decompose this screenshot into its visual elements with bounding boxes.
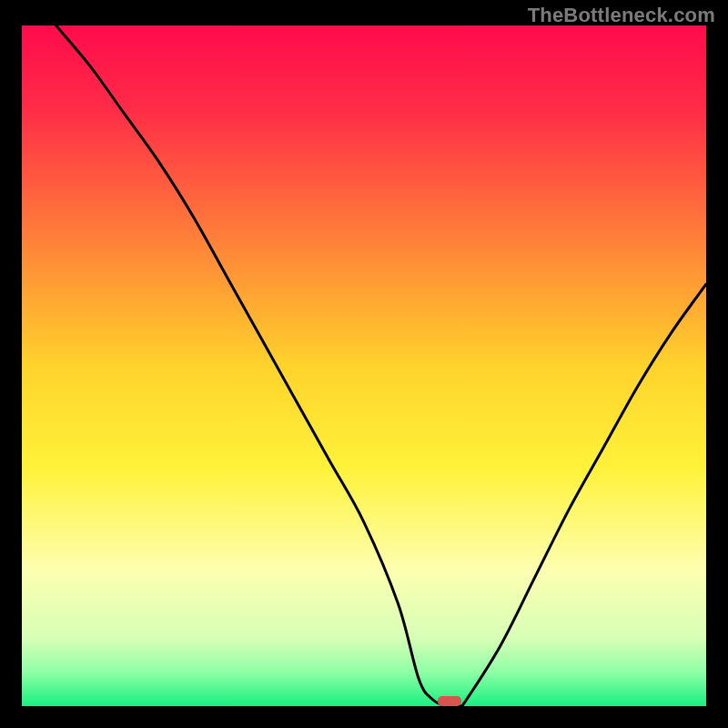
optimal-marker [438,696,461,706]
watermark-label: TheBottleneck.com [528,4,715,27]
chart-background [22,25,706,706]
chart-svg [22,25,706,706]
bottleneck-chart [22,25,706,706]
chart-frame: TheBottleneck.com [0,0,728,728]
